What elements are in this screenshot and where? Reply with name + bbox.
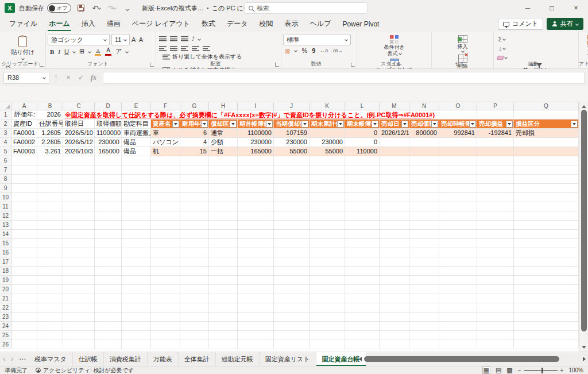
font-dialog-launcher[interactable] (150, 63, 154, 67)
cell-B24[interactable] (37, 322, 63, 331)
cancel-entry-button[interactable]: × (63, 72, 74, 83)
cell-C3[interactable]: 2026/5/10 (63, 129, 95, 138)
cell-O8[interactable] (439, 175, 477, 184)
cell-A4[interactable]: FA0002 (11, 138, 37, 147)
cell-O19[interactable] (439, 276, 477, 285)
cell-K21[interactable] (310, 294, 345, 303)
cell-F25[interactable] (151, 331, 180, 340)
cell-D19[interactable] (95, 276, 122, 285)
cell-E25[interactable] (122, 331, 151, 340)
ribbon-tab-10[interactable]: Power Pivot (336, 16, 385, 32)
cell-A25[interactable] (11, 331, 37, 340)
row-header-23[interactable]: 23 (0, 313, 11, 322)
cell-K25[interactable] (310, 331, 345, 340)
orientation-button[interactable]: ⤴ (192, 36, 195, 42)
cell-H16[interactable] (209, 248, 238, 257)
row-header-1[interactable]: 1 (0, 110, 11, 119)
filter-dropdown-icon[interactable] (172, 121, 179, 128)
cell-E5[interactable]: 備品 (122, 147, 151, 156)
cell-L15[interactable] (345, 239, 380, 248)
cell-G21[interactable] (180, 294, 209, 303)
filter-dropdown-icon[interactable] (401, 121, 408, 128)
row-header-11[interactable]: 11 (0, 202, 11, 211)
cell-B21[interactable] (37, 294, 63, 303)
cell-N10[interactable] (409, 193, 439, 202)
cell-G15[interactable] (180, 239, 209, 248)
ribbon-tab-2[interactable]: 挿入 (76, 16, 101, 32)
cell-O1[interactable] (439, 110, 477, 119)
zoom-thumb[interactable] (541, 368, 543, 373)
zoom-track[interactable] (524, 370, 558, 371)
cell-F15[interactable] (151, 239, 180, 248)
cell-I20[interactable] (238, 285, 274, 294)
row-header-13[interactable]: 13 (0, 221, 11, 230)
cell-M9[interactable] (380, 184, 409, 193)
cell-E11[interactable] (122, 202, 151, 211)
cell-C4[interactable]: 2026/5/12 (63, 138, 95, 147)
select-all-corner[interactable] (0, 102, 11, 110)
cell-Q2[interactable]: 損益区分 (514, 119, 579, 129)
cell-H15[interactable] (209, 239, 238, 248)
cell-N24[interactable] (409, 322, 439, 331)
cell-D6[interactable] (95, 156, 122, 165)
filter-dropdown-icon[interactable] (266, 121, 273, 128)
filter-dropdown-icon[interactable] (571, 121, 578, 128)
comments-button[interactable]: コメント (498, 18, 543, 30)
cell-O7[interactable] (439, 165, 477, 175)
cell-N26[interactable] (409, 340, 439, 349)
cell-B14[interactable] (37, 230, 63, 239)
cell-K12[interactable] (310, 211, 345, 221)
column-header-M[interactable]: M (380, 102, 409, 110)
cell-G16[interactable] (180, 248, 209, 257)
cell-K26[interactable] (310, 340, 345, 349)
cell-L16[interactable] (345, 248, 380, 257)
cell-H7[interactable] (209, 165, 238, 175)
cell-O21[interactable] (439, 294, 477, 303)
cell-Q20[interactable] (514, 285, 579, 294)
row-header-26[interactable]: 26 (0, 340, 11, 349)
cell-E6[interactable] (122, 156, 151, 165)
column-header-P[interactable]: P (477, 102, 514, 110)
cell-Q5[interactable] (514, 147, 579, 156)
scroll-up-icon[interactable] (582, 105, 586, 108)
share-button[interactable]: 共有 (547, 18, 583, 30)
row-header-12[interactable]: 12 (0, 211, 11, 221)
cell-N12[interactable] (409, 211, 439, 221)
customize-quick-access-button[interactable]: ⌄ (122, 2, 133, 14)
cell-L21[interactable] (345, 294, 380, 303)
cell-L10[interactable] (345, 193, 380, 202)
cell-H22[interactable] (209, 303, 238, 313)
cell-J10[interactable] (274, 193, 310, 202)
cell-E17[interactable] (122, 257, 151, 267)
cell-D8[interactable] (95, 175, 122, 184)
cell-M16[interactable] (380, 248, 409, 257)
cell-O11[interactable] (439, 202, 477, 211)
cell-F2[interactable]: 資産名 (151, 119, 180, 129)
cell-H6[interactable] (209, 156, 238, 165)
cell-B6[interactable] (37, 156, 63, 165)
cell-C8[interactable] (63, 175, 95, 184)
cell-N22[interactable] (409, 303, 439, 313)
ribbon-tab-1[interactable]: ホーム (43, 16, 76, 32)
cell-D11[interactable] (95, 202, 122, 211)
sheet-tab-2[interactable]: 消費税集計 (104, 352, 148, 366)
cell-B17[interactable] (37, 257, 63, 267)
cell-O3[interactable]: 992841 (439, 129, 477, 138)
cell-C18[interactable] (63, 267, 95, 276)
insert-cells-button[interactable]: 挿入 (434, 34, 492, 53)
cell-C14[interactable] (63, 230, 95, 239)
fill-button[interactable]: ↓ (497, 44, 507, 52)
cell-O20[interactable] (439, 285, 477, 294)
cell-L5[interactable]: 110000 (345, 147, 380, 156)
formula-input[interactable] (103, 72, 585, 84)
paste-button[interactable]: 貼り付け (2, 34, 44, 61)
cell-M24[interactable] (380, 322, 409, 331)
cell-H11[interactable] (209, 202, 238, 211)
cell-H4[interactable]: 少額 (209, 138, 238, 147)
column-header-K[interactable]: K (310, 102, 345, 110)
number-format-select[interactable]: 標準 (283, 34, 351, 45)
cell-P1[interactable] (477, 110, 514, 119)
cell-Q8[interactable] (514, 175, 579, 184)
cell-Q15[interactable] (514, 239, 579, 248)
cell-A7[interactable] (11, 165, 37, 175)
